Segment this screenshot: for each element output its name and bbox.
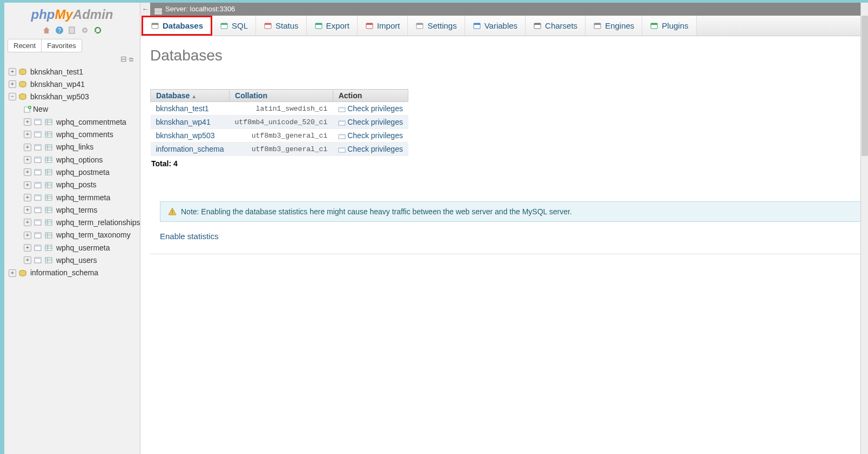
browse-icon[interactable] [34,194,42,201]
table-icon [45,194,52,201]
col-collation[interactable]: Collation [230,90,333,102]
link-icon[interactable]: ⧉ [129,56,133,63]
tree-table-label: wphq_usermeta [56,243,110,252]
svg-rect-42 [45,182,52,188]
tree-table-label: wphq_users [56,256,97,265]
tree-table-wphq_links[interactable]: + wphq_links [24,140,138,153]
tree-table-label: wphq_options [56,155,103,164]
db-link-bknskhan_test1[interactable]: bknskhan_test1 [156,104,209,113]
refresh-icon[interactable] [93,26,102,35]
tree-table-wphq_terms[interactable]: + wphq_terms [24,204,138,216]
browse-icon[interactable] [34,219,42,226]
nav-tab-status[interactable]: Status [256,16,307,36]
browse-icon[interactable] [34,257,42,263]
gear-icon[interactable] [80,26,89,35]
tree-toggle[interactable]: + [24,244,31,252]
tree-toggle[interactable]: + [24,156,31,164]
nav-tab-settings[interactable]: Settings [408,16,465,36]
tree-toggle[interactable]: + [24,131,31,138]
check-privileges-link[interactable]: Check privileges [347,145,403,153]
tree-table-wphq_comments[interactable]: + wphq_comments [24,128,138,140]
browse-icon[interactable] [34,144,42,151]
nav-tab-import[interactable]: Import [358,16,408,36]
svg-rect-54 [45,207,52,213]
tree-toggle[interactable]: + [24,206,31,214]
table-row: bknskhan_test1latin1_swedish_ciCheck pri… [151,102,408,116]
tree-db-bknskhan_test1[interactable]: + bknskhan_test1 [9,65,138,78]
check-privileges-link[interactable]: Check privileges [347,131,403,140]
col-database[interactable]: Database▲ [151,90,230,102]
tree-table-wphq_term_relationships[interactable]: + wphq_term_relationships [24,216,138,228]
tree-toggle[interactable]: + [9,68,16,76]
tree-toggle[interactable]: + [24,168,31,176]
svg-rect-88 [221,23,227,25]
tree-table-wphq_options[interactable]: + wphq_options [24,153,138,166]
nav-tab-charsets[interactable]: Charsets [526,16,586,36]
tree-table-wphq_usermeta[interactable]: + wphq_usermeta [24,241,138,254]
browse-icon[interactable] [34,207,42,213]
collapse-sidebar-button[interactable]: ← [140,3,150,16]
tree-toggle[interactable]: + [24,118,31,126]
nav-tab-variables[interactable]: Variables [465,16,526,36]
tree-toggle[interactable]: + [24,144,31,151]
browse-icon[interactable] [34,131,42,138]
browse-icon[interactable] [34,232,42,239]
tree-toggle[interactable]: + [24,194,31,201]
nav-tab-engines[interactable]: Engines [586,16,642,36]
tree-table-wphq_termmeta[interactable]: + wphq_termmeta [24,191,138,204]
tree-table-wphq_postmeta[interactable]: + wphq_postmeta [24,166,138,178]
nav-tab-plugins[interactable]: Plugins [642,16,696,36]
tree-toggle[interactable]: + [9,80,16,88]
tree-toggle[interactable]: + [24,256,31,264]
browse-icon[interactable] [34,182,42,188]
tab-recent[interactable]: Recent [8,39,41,52]
nav-tab-label: Plugins [662,21,688,30]
check-privileges-link[interactable]: Check privileges [347,104,403,113]
settings-icon [415,22,424,30]
svg-rect-98 [474,23,480,25]
tree-toggle[interactable]: − [9,93,16,100]
tree-toggle[interactable]: + [24,232,31,239]
svg-rect-17 [35,132,41,133]
tree-db-bknskhan_wp503[interactable]: − bknskhan_wp503 [9,90,138,103]
nav-tab-label: Engines [605,21,634,30]
tree-table-wphq_posts[interactable]: + wphq_posts [24,178,138,191]
db-link-bknskhan_wp41[interactable]: bknskhan_wp41 [156,118,211,126]
tree-table-wphq_commentmeta[interactable]: + wphq_commentmeta [24,116,138,128]
server-breadcrumb: ← Server: localhost:3306 [140,3,868,16]
tab-favorites[interactable]: Favorites [41,39,81,52]
tree-db-information_schema[interactable]: + information_schema [9,266,138,279]
tree-table-wphq_term_taxonomy[interactable]: + wphq_term_taxonomy [24,228,138,241]
browse-icon[interactable] [34,245,42,251]
help-icon[interactable]: ? [55,26,64,35]
privileges-icon [338,133,346,139]
collapse-all-icon[interactable]: ⊟ [120,55,127,63]
tree-toggle[interactable]: + [9,269,16,277]
nav-tab-export[interactable]: Export [307,16,358,36]
db-collation: utf8mb3_general_ci [230,143,333,156]
sql-icon[interactable] [68,26,77,35]
browse-icon[interactable] [34,119,42,125]
enable-statistics-link[interactable]: Enable statistics [160,232,218,241]
db-link-bknskhan_wp503[interactable]: bknskhan_wp503 [156,131,215,140]
nav-tab-databases[interactable]: Databases [142,16,212,36]
svg-rect-48 [45,195,52,200]
tree-toggle[interactable]: + [24,181,31,189]
logo-part-php: php [31,7,55,22]
tree-toggle[interactable]: + [24,219,31,226]
browse-icon[interactable] [34,169,42,175]
sort-asc-icon: ▲ [191,93,197,99]
tree-db-bknskhan_wp41[interactable]: + bknskhan_wp41 [9,78,138,90]
check-privileges-link[interactable]: Check privileges [347,118,403,126]
tree-table-wphq_users[interactable]: + wphq_users [24,254,138,266]
tree-new-link[interactable]: New [24,103,138,115]
nav-tab-sql[interactable]: SQL [212,16,256,36]
db-link-information_schema[interactable]: information_schema [156,145,224,153]
browse-icon[interactable] [34,157,42,163]
svg-rect-65 [35,233,41,234]
recent-favorites-tabs: Recent Favorites [8,39,82,52]
scrollbar-thumb[interactable] [862,16,868,156]
logo[interactable]: phpMyAdmin [4,3,140,23]
vertical-scrollbar[interactable] [860,3,868,454]
home-icon[interactable] [42,26,51,35]
